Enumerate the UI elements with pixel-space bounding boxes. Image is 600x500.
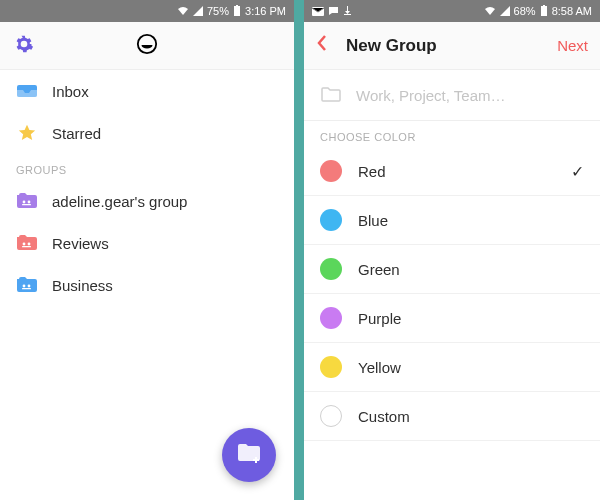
clock: 3:16 PM xyxy=(245,5,286,17)
group-folder-icon xyxy=(16,190,38,212)
battery-level: 75% xyxy=(207,5,229,17)
svg-rect-1 xyxy=(236,5,238,6)
signal-icon xyxy=(193,6,203,16)
svg-rect-8 xyxy=(22,246,31,247)
svg-point-9 xyxy=(23,284,26,287)
color-option[interactable]: Blue xyxy=(304,196,600,245)
folder-outline-icon xyxy=(320,84,342,106)
nav-bar: New Group Next xyxy=(304,22,600,70)
mail-notif-icon xyxy=(312,7,324,16)
svg-point-6 xyxy=(23,242,26,245)
color-option[interactable]: Red✓ xyxy=(304,147,600,196)
star-icon xyxy=(16,122,38,144)
group-label: Reviews xyxy=(52,235,109,252)
svg-rect-14 xyxy=(543,5,545,6)
download-notif-icon xyxy=(343,6,352,16)
color-label: Custom xyxy=(358,408,584,425)
nav-starred[interactable]: Starred xyxy=(0,112,294,154)
battery-icon xyxy=(540,5,548,17)
chat-notif-icon xyxy=(328,6,339,16)
color-swatch xyxy=(320,307,342,329)
folder-plus-icon xyxy=(236,442,262,468)
new-group-screen: 68% 8:58 AM New Group Next Work, Project… xyxy=(304,0,600,500)
nav-label: Inbox xyxy=(52,83,89,100)
inbox-icon xyxy=(16,80,38,102)
color-swatch xyxy=(320,258,342,280)
check-icon: ✓ xyxy=(571,162,584,181)
color-swatch xyxy=(320,209,342,231)
group-item[interactable]: adeline.gear's group xyxy=(0,180,294,222)
wifi-icon xyxy=(484,6,496,16)
signal-icon xyxy=(500,6,510,16)
color-swatch xyxy=(320,160,342,182)
app-logo-icon xyxy=(136,33,158,59)
color-label: Red xyxy=(358,163,555,180)
color-label: Yellow xyxy=(358,359,584,376)
status-bar: 75% 3:16 PM xyxy=(0,0,294,22)
svg-point-2 xyxy=(138,34,156,52)
status-bar: 68% 8:58 AM xyxy=(304,0,600,22)
color-label: Blue xyxy=(358,212,584,229)
add-group-fab[interactable] xyxy=(222,428,276,482)
svg-rect-13 xyxy=(541,6,547,16)
svg-point-7 xyxy=(28,242,31,245)
color-swatch xyxy=(320,405,342,427)
group-folder-icon xyxy=(16,232,38,254)
app-header xyxy=(0,22,294,70)
svg-point-3 xyxy=(23,200,26,203)
settings-icon[interactable] xyxy=(14,34,34,58)
groups-list-screen: 75% 3:16 PM Inbox Starred GROUPS adeline… xyxy=(0,0,294,500)
wifi-icon xyxy=(177,6,189,16)
color-option[interactable]: Yellow xyxy=(304,343,600,392)
battery-icon xyxy=(233,5,241,17)
group-label: Business xyxy=(52,277,113,294)
svg-rect-5 xyxy=(22,204,31,205)
color-label: Purple xyxy=(358,310,584,327)
svg-rect-11 xyxy=(22,288,31,289)
groups-section-label: GROUPS xyxy=(0,154,294,180)
back-button[interactable] xyxy=(316,34,328,57)
placeholder-text: Work, Project, Team… xyxy=(356,87,506,104)
color-label: Green xyxy=(358,261,584,278)
nav-label: Starred xyxy=(52,125,101,142)
clock: 8:58 AM xyxy=(552,5,592,17)
group-item[interactable]: Reviews xyxy=(0,222,294,264)
group-name-input[interactable]: Work, Project, Team… xyxy=(304,70,600,121)
svg-rect-0 xyxy=(234,6,240,16)
svg-point-10 xyxy=(28,284,31,287)
page-title: New Group xyxy=(346,36,437,56)
color-option[interactable]: Purple xyxy=(304,294,600,343)
svg-point-4 xyxy=(28,200,31,203)
battery-level: 68% xyxy=(514,5,536,17)
color-swatch xyxy=(320,356,342,378)
next-button[interactable]: Next xyxy=(557,37,588,54)
nav-inbox[interactable]: Inbox xyxy=(0,70,294,112)
color-option[interactable]: Green xyxy=(304,245,600,294)
group-folder-icon xyxy=(16,274,38,296)
color-list: Red✓BlueGreenPurpleYellowCustom xyxy=(304,147,600,441)
color-option[interactable]: Custom xyxy=(304,392,600,441)
group-label: adeline.gear's group xyxy=(52,193,187,210)
choose-color-label: CHOOSE COLOR xyxy=(304,121,600,147)
group-item[interactable]: Business xyxy=(0,264,294,306)
